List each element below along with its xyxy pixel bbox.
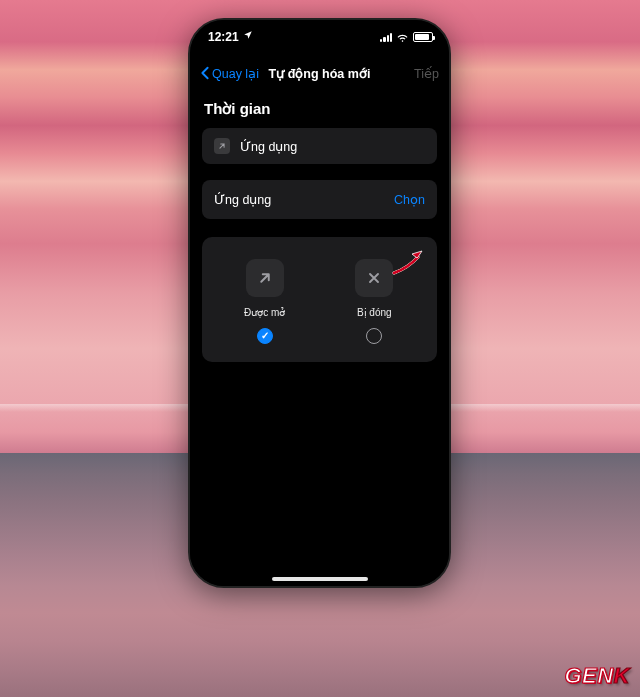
screen: 12:21 Quay lại Tự động hóa mới Tiếp — [190, 20, 449, 586]
option-opened-label: Được mở — [244, 307, 285, 318]
app-open-arrow-icon — [214, 138, 230, 154]
choose-app-label: Ứng dụng — [214, 192, 271, 207]
battery-icon — [413, 32, 433, 42]
watermark-accent: K — [614, 663, 630, 688]
cellular-signal-icon — [380, 33, 392, 42]
annotation-arrow — [390, 248, 430, 280]
status-bar: 12:21 — [190, 20, 449, 54]
content-area: Thời gian Ứng dụng Ứng dụng Chọn Được mở — [190, 92, 449, 586]
home-indicator[interactable] — [272, 577, 368, 581]
navigation-bar: Quay lại Tự động hóa mới Tiếp — [190, 54, 449, 92]
open-arrow-icon — [246, 259, 284, 297]
option-closed-radio[interactable] — [366, 328, 382, 344]
close-x-icon — [355, 259, 393, 297]
watermark-logo: GENK — [564, 663, 630, 689]
status-right — [380, 32, 433, 42]
next-button[interactable]: Tiếp — [414, 66, 439, 81]
choose-app-row[interactable]: Ứng dụng Chọn — [202, 180, 437, 219]
back-button-label: Quay lại — [212, 66, 259, 81]
back-button[interactable]: Quay lại — [200, 66, 259, 81]
section-title: Thời gian — [204, 100, 435, 118]
app-summary-cell[interactable]: Ứng dụng — [202, 128, 437, 164]
choose-button[interactable]: Chọn — [394, 192, 425, 207]
status-left: 12:21 — [208, 30, 253, 44]
wifi-icon — [396, 32, 409, 42]
option-opened[interactable]: Được mở — [214, 259, 315, 344]
option-opened-radio[interactable] — [257, 328, 273, 344]
watermark-brand: GEN — [564, 663, 613, 688]
status-time: 12:21 — [208, 30, 239, 44]
location-icon — [243, 30, 253, 42]
app-summary-label: Ứng dụng — [240, 139, 297, 154]
phone-frame: 12:21 Quay lại Tự động hóa mới Tiếp — [188, 18, 451, 588]
option-closed-label: Bị đóng — [357, 307, 392, 318]
